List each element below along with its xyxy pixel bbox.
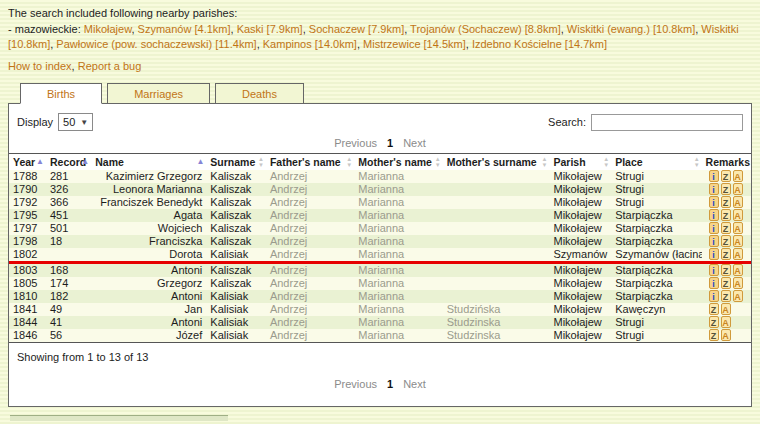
tab-bar: BirthsMarriagesDeaths [20, 83, 752, 104]
remark-z-icon[interactable]: Z [721, 235, 731, 247]
how-to-index-link[interactable]: How to index [8, 60, 72, 72]
col-header-father-s-name[interactable]: Father's name▲▼ [266, 154, 354, 171]
cell-place: Kawęczyn [611, 303, 701, 316]
cell-father: Andrzej [266, 329, 354, 343]
parish-list: - mazowieckie: Mikołajew, Szymanów [4.1k… [8, 22, 752, 52]
parish-link[interactable]: Izdebno Kościelne [14.7km] [472, 38, 607, 50]
cell-msurname [443, 183, 550, 196]
display-length-select[interactable]: 50 ▼ [58, 113, 93, 131]
table-row: 1802DorotaKalisiakAndrzejMariannaSzymanó… [9, 248, 751, 263]
remark-z-icon[interactable]: Z [721, 264, 731, 276]
remark-a-icon[interactable]: A [733, 290, 743, 302]
cell-record: 168 [46, 263, 91, 278]
remark-a-icon[interactable]: A [721, 303, 731, 315]
cell-name: Agata [91, 209, 206, 222]
cell-year: 1803 [9, 263, 46, 278]
tab-deaths[interactable]: Deaths [215, 83, 304, 104]
parish-link[interactable]: Mikołajew [84, 23, 132, 35]
cell-remarks: ZA [702, 303, 751, 316]
remark-info-icon[interactable]: i [709, 196, 719, 208]
parish-link[interactable]: Mistrzewice [14.5km] [363, 38, 466, 50]
col-header-label: Place [615, 156, 642, 168]
remark-a-icon[interactable]: A [733, 277, 743, 289]
page-number[interactable]: 1 [387, 378, 393, 390]
cell-mother: Marianna [354, 196, 442, 209]
cell-father: Andrzej [266, 263, 354, 278]
cell-msurname [443, 235, 550, 248]
remark-a-icon[interactable]: A [733, 196, 743, 208]
remark-a-icon[interactable]: A [721, 316, 731, 328]
remark-z-icon[interactable]: Z [721, 248, 731, 260]
search-label: Search: [548, 116, 586, 128]
previous-button[interactable]: Previous [334, 137, 377, 149]
remark-z-icon[interactable]: Z [709, 329, 719, 341]
parish-link[interactable]: Kaski [7.9km] [237, 23, 303, 35]
report-bug-link[interactable]: Report a bug [78, 60, 142, 72]
remark-info-icon[interactable]: i [709, 277, 719, 289]
cell-record: 56 [46, 329, 91, 343]
cell-record: 451 [46, 209, 91, 222]
col-header-label: Name [95, 156, 124, 168]
parish-link[interactable]: Pawłowice (pow. sochaczewski) [11.4km] [56, 38, 256, 50]
col-header-place[interactable]: Place▲▼ [611, 154, 701, 171]
tab-marriages[interactable]: Marriages [107, 83, 210, 104]
parish-link[interactable]: Kampinos [14.0km] [263, 38, 357, 50]
remark-z-icon[interactable]: Z [721, 277, 731, 289]
parish-link[interactable]: Sochaczew [7.9km] [309, 23, 404, 35]
remark-a-icon[interactable]: A [733, 264, 743, 276]
col-header-surname[interactable]: Surname▲▼ [206, 154, 266, 171]
remark-info-icon[interactable]: i [709, 209, 719, 221]
remark-info-icon[interactable]: i [709, 222, 719, 234]
cell-year: 1805 [9, 277, 46, 290]
col-header-mother-s-name[interactable]: Mother's name▲▼ [354, 154, 442, 171]
remark-a-icon[interactable]: A [733, 183, 743, 195]
remark-info-icon[interactable]: i [709, 183, 719, 195]
remark-info-icon[interactable]: i [709, 290, 719, 302]
remark-info-icon[interactable]: i [709, 248, 719, 260]
col-header-parish[interactable]: Parish▲▼ [550, 154, 612, 171]
remark-a-icon[interactable]: A [721, 329, 731, 341]
col-header-name[interactable]: Name▲ [91, 154, 206, 171]
remark-z-icon[interactable]: Z [721, 183, 731, 195]
remark-a-icon[interactable]: A [733, 170, 743, 182]
remark-z-icon[interactable]: Z [721, 209, 731, 221]
cell-msurname [443, 222, 550, 235]
remark-a-icon[interactable]: A [733, 222, 743, 234]
tab-births[interactable]: Births [20, 83, 102, 104]
table-row: 184441AntoniKalisiakAndrzejMariannaStudz… [9, 316, 751, 329]
parish-link[interactable]: Wiskitki (ewang.) [10.8km] [567, 23, 695, 35]
col-header-mother-s-surname[interactable]: Mother's surname▲▼ [443, 154, 550, 171]
cell-name: Dorota [91, 248, 206, 263]
parish-link[interactable]: Szymanów [4.1km] [138, 23, 231, 35]
next-button[interactable]: Next [403, 137, 426, 149]
cell-name: Antoni [91, 290, 206, 303]
cell-year: 1798 [9, 235, 46, 248]
remark-z-icon[interactable]: Z [721, 170, 731, 182]
remark-info-icon[interactable]: i [709, 264, 719, 276]
remark-a-icon[interactable]: A [733, 235, 743, 247]
remark-a-icon[interactable]: A [733, 248, 743, 260]
next-button[interactable]: Next [403, 378, 426, 390]
remark-z-icon[interactable]: Z [721, 196, 731, 208]
parish-link[interactable]: Trojanów (Sochaczew) [8.8km] [410, 23, 561, 35]
remark-a-icon[interactable]: A [733, 209, 743, 221]
cell-name: Antoni [91, 316, 206, 329]
cell-year: 1841 [9, 303, 46, 316]
intro-text: The search included following nearby par… [8, 6, 752, 21]
remark-info-icon[interactable]: i [709, 235, 719, 247]
remark-z-icon[interactable]: Z [721, 222, 731, 234]
cell-parish: Mikołajew [550, 183, 612, 196]
search-input[interactable] [591, 114, 743, 131]
remark-z-icon[interactable]: Z [709, 316, 719, 328]
cell-msurname [443, 196, 550, 209]
remark-z-icon[interactable]: Z [709, 303, 719, 315]
page-number[interactable]: 1 [387, 137, 393, 149]
cell-parish: Mikołajew [550, 290, 612, 303]
remark-z-icon[interactable]: Z [721, 290, 731, 302]
col-header-record[interactable]: Record▲ [46, 154, 91, 171]
cell-year: 1790 [9, 183, 46, 196]
col-header-year[interactable]: Year▲ [9, 154, 46, 171]
cell-place: Strugi [611, 316, 701, 329]
previous-button[interactable]: Previous [334, 378, 377, 390]
remark-info-icon[interactable]: i [709, 170, 719, 182]
